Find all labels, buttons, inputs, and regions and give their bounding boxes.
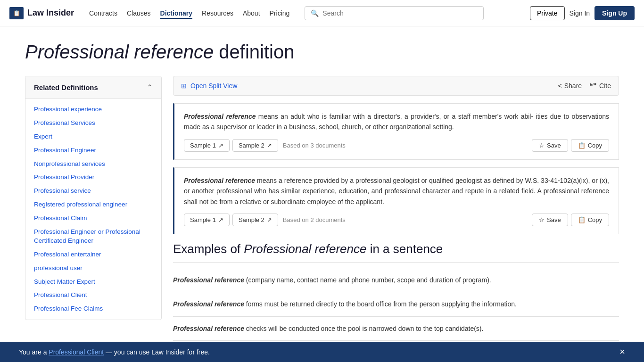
sidebar-link[interactable]: Professional Client: [34, 291, 87, 298]
definition-text-1: Professional reference means an adult wh…: [184, 111, 609, 132]
copy-button-2[interactable]: 📋 Copy: [571, 214, 609, 226]
sidebar-link[interactable]: Professional Engineer: [34, 147, 96, 154]
examples-title-italic: Professional reference: [244, 242, 366, 256]
sidebar-link[interactable]: Subject Matter Expert: [34, 278, 95, 285]
save-label-2: Save: [547, 216, 561, 223]
sidebar-link[interactable]: professional user: [34, 264, 83, 272]
nav-pricing[interactable]: Pricing: [270, 9, 290, 17]
sample2-label-1: Sample 2: [239, 142, 264, 149]
sample1-button-1[interactable]: Sample 1 ↗: [184, 139, 230, 152]
nav-dictionary[interactable]: Dictionary: [160, 9, 192, 19]
nav-clauses[interactable]: Clauses: [127, 9, 151, 17]
sidebar-link[interactable]: Professional entertainer: [34, 251, 101, 258]
definition-block-1: Professional reference means an adult wh…: [173, 103, 619, 160]
top-toolbar: ⊞ Open Split View < Share ❝❞ Cite: [173, 76, 619, 96]
examples-section: Examples of Professional reference in a …: [173, 242, 619, 341]
sample1-button-2[interactable]: Sample 1 ↗: [184, 214, 230, 226]
external-link-icon: ↗: [218, 142, 223, 149]
sidebar-link[interactable]: Expert: [34, 133, 52, 140]
main-layout: Related Definitions ⌃ Professional exper…: [25, 76, 619, 341]
list-item: Professional service: [25, 184, 161, 198]
sidebar-link[interactable]: Professional experience: [34, 106, 102, 113]
sidebar-link[interactable]: Professional Services: [34, 119, 95, 126]
example-term-3: Professional reference: [173, 325, 244, 332]
cite-icon: ❝❞: [589, 82, 597, 90]
list-item: Professional Fee Claims: [25, 302, 161, 316]
sidebar-link[interactable]: Professional Fee Claims: [34, 305, 103, 312]
sidebar-link[interactable]: Professional Claim: [34, 214, 87, 222]
list-item: Nonprofessional services: [25, 157, 161, 171]
sidebar-link[interactable]: Nonprofessional services: [34, 160, 105, 167]
definition-block-2: Professional reference means a reference…: [173, 167, 619, 234]
share-button[interactable]: < Share: [558, 82, 582, 90]
external-link-icon: ↗: [267, 216, 272, 223]
sidebar-link[interactable]: Professional service: [34, 187, 91, 194]
nav-actions: Private Sign In Sign Up: [530, 6, 635, 20]
signin-button[interactable]: Sign In: [570, 9, 590, 17]
page-title-italic: Professional reference: [25, 41, 214, 62]
definitions-area: ⊞ Open Split View < Share ❝❞ Cite: [173, 76, 619, 341]
examples-title: Examples of Professional reference in a …: [173, 242, 619, 263]
share-label: Share: [564, 82, 582, 90]
signup-button[interactable]: Sign Up: [594, 6, 635, 20]
page-title: Professional reference definition: [25, 26, 619, 76]
star-icon: ☆: [539, 216, 545, 223]
sidebar-link[interactable]: Professional Provider: [34, 173, 94, 181]
definition-actions-1: Sample 1 ↗ Sample 2 ↗ Based on 3 documen…: [184, 139, 609, 152]
sample2-button-2[interactable]: Sample 2 ↗: [232, 214, 278, 226]
copy-icon: 📋: [578, 142, 586, 149]
save-button-2[interactable]: ☆ Save: [532, 214, 568, 226]
private-button[interactable]: Private: [530, 6, 565, 20]
example-text-3: checks will be conducted once the pool i…: [244, 325, 483, 332]
list-item: Professional experience: [25, 103, 161, 116]
example-text-2: forms must be returned directly to the b…: [244, 300, 517, 308]
search-input[interactable]: [322, 9, 478, 17]
example-item-3: Professional reference checks will be co…: [173, 317, 619, 341]
definition-term-2: Professional reference: [184, 177, 255, 184]
copy-label-1: Copy: [588, 142, 602, 149]
external-link-icon: ↗: [218, 216, 223, 223]
navbar: 📋 Law Insider Contracts Clauses Dictiona…: [0, 0, 644, 26]
logo[interactable]: 📋 Law Insider: [9, 7, 74, 19]
sidebar-header: Related Definitions ⌃: [25, 76, 161, 99]
nav-resources[interactable]: Resources: [202, 9, 233, 17]
nav-about[interactable]: About: [243, 9, 260, 17]
cite-label: Cite: [599, 82, 611, 90]
examples-title-pre: Examples of: [173, 242, 244, 256]
top-bar-actions: < Share ❝❞ Cite: [558, 82, 611, 90]
nav-links: Contracts Clauses Dictionary Resources A…: [89, 9, 289, 17]
logo-text: Law Insider: [27, 8, 74, 18]
based-on-2: Based on 2 documents: [283, 216, 529, 223]
sample2-button-1[interactable]: Sample 2 ↗: [232, 139, 278, 152]
copy-button-1[interactable]: 📋 Copy: [571, 139, 609, 152]
example-item-2: Professional reference forms must be ret…: [173, 292, 619, 316]
open-split-view-button[interactable]: ⊞ Open Split View: [181, 82, 237, 90]
nav-search-wrapper: 🔍: [305, 6, 484, 20]
list-item: Expert: [25, 130, 161, 144]
list-item: Professional Engineer or Professional Ce…: [25, 225, 161, 248]
logo-icon: 📋: [9, 7, 24, 19]
sidebar-link[interactable]: Registered professional engineer: [34, 201, 127, 208]
cite-button[interactable]: ❝❞ Cite: [589, 82, 611, 90]
open-split-view-label: Open Split View: [190, 82, 237, 90]
definition-term-1: Professional reference: [184, 113, 256, 120]
chevron-up-icon[interactable]: ⌃: [147, 83, 153, 92]
sidebar-list: Professional experience Professional Ser…: [25, 99, 161, 320]
save-button-1[interactable]: ☆ Save: [532, 139, 568, 152]
list-item: Professional Provider: [25, 171, 161, 184]
list-item: Subject Matter Expert: [25, 275, 161, 289]
sample1-label-2: Sample 1: [190, 216, 216, 223]
copy-icon: 📋: [578, 216, 586, 223]
copy-label-2: Copy: [588, 216, 602, 223]
nav-contracts[interactable]: Contracts: [89, 9, 117, 17]
list-item: professional user: [25, 262, 161, 275]
sidebar-link[interactable]: Professional Engineer or Professional Ce…: [34, 228, 140, 244]
examples-title-post: in a sentence: [366, 242, 443, 256]
list-item: Professional Client: [25, 288, 161, 302]
list-item: Professional Engineer: [25, 144, 161, 157]
list-item: Professional entertainer: [25, 248, 161, 262]
sample1-label-1: Sample 1: [190, 142, 216, 149]
example-item-1: Professional reference (company name, co…: [173, 268, 619, 292]
page-container: Professional reference definition Relate…: [6, 26, 638, 341]
sidebar: Related Definitions ⌃ Professional exper…: [25, 76, 162, 320]
